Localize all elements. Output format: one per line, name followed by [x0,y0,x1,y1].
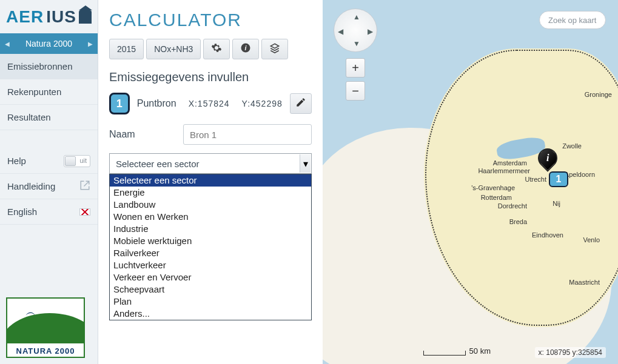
city-label: Nij [553,200,560,207]
pan-up-icon[interactable]: ▲ [353,13,360,21]
sector-option[interactable]: Mobiele werktuigen [110,235,311,247]
toggle-state: uit [79,157,87,164]
form-panel: CALCULATOR 2015 NOx+NH3 i Emissiegegeven… [98,0,323,364]
nav-label: Handleiding [7,181,55,191]
source-x: X:157824 [189,99,230,108]
sector-option[interactable]: Selecteer een sector [110,174,311,187]
nav-rekenpunten[interactable]: Rekenpunten [0,79,98,105]
gear-icon [211,42,222,56]
external-link-icon [79,180,90,193]
sidebar-footer: ︵ ︵ ★ ★ ★ ★ ★ NATURA 2000 [0,291,98,364]
substances-button[interactable]: NOx+NH3 [146,39,201,59]
nav-english[interactable]: English [0,199,98,225]
scenario-switcher[interactable]: ◀ Natura 2000 ▶ [0,33,98,54]
source-badge[interactable]: 1 [109,93,130,114]
sector-option[interactable]: Luchtverkeer [110,259,311,271]
nav-resultaten[interactable]: Resultaten [0,105,98,130]
plus-icon: + [352,61,359,75]
panel-title: CALCULATOR [109,10,312,30]
minus-icon: − [352,84,359,98]
city-label: Breda [509,218,527,225]
brand-icon [79,10,92,24]
brand-part2: IUS [46,7,76,27]
panel-toolbar: 2015 NOx+NH3 i [109,39,312,59]
pan-left-icon[interactable]: ◀ [338,27,343,36]
city-label: Maastricht [569,279,600,286]
source-type: Puntbron [137,98,176,109]
year-button[interactable]: 2015 [109,39,144,59]
sector-option[interactable]: Energie [110,187,311,199]
brand-part1: AER [6,7,44,27]
sector-option[interactable]: Railverkeer [110,247,311,259]
name-row: Naam [109,124,312,145]
hill-icon [6,313,85,343]
name-label: Naam [109,129,176,140]
section-title: Emissiegegevens invullen [109,70,312,84]
sector-option[interactable]: Anders... [110,308,311,320]
nav-label: Emissiebronnen [7,61,73,71]
pan-down-icon[interactable]: ▼ [353,39,360,48]
sector-option[interactable]: Plan [110,296,311,308]
map-search-placeholder: Zoek op kaart [548,16,597,25]
city-label: Rotterdam [481,194,512,201]
scenario-name: Natura 2000 [25,39,72,48]
sector-option[interactable]: Verkeer en Vervoer [110,271,311,283]
map-marker[interactable]: i 1 [538,148,557,168]
sector-option[interactable]: Wonen en Werken [110,211,311,223]
map-search-input[interactable]: Zoek op kaart [539,11,606,29]
edit-geometry-button[interactable] [290,93,312,114]
sector-option[interactable]: Landbouw [110,199,311,211]
map-zoom-control: + − [346,58,365,104]
help-toggle[interactable]: uit [64,155,90,167]
layers-button[interactable] [261,39,288,59]
info-icon: i [240,42,251,56]
help-row: Help uit [0,148,98,174]
sidebar: AERIUS ◀ Natura 2000 ▶ Emissiebronnen Re… [0,0,98,364]
natura2000-text: NATURA 2000 [7,346,84,356]
sector-select[interactable]: Selecteer een sector ▾ Selecteer een sec… [109,153,312,174]
marker-pin-icon: i [534,144,561,171]
scalebar-label: 50 km [469,346,491,356]
map-canvas[interactable]: Groninge Zwolle Amsterdam Haarlemmermeer… [323,0,618,364]
natura2000-logo: ︵ ︵ ★ ★ ★ ★ ★ NATURA 2000 [6,297,85,358]
settings-button[interactable] [203,39,230,59]
pan-right-icon[interactable]: ▶ [368,27,373,36]
city-label: Haarlemmermeer [478,167,530,174]
sector-option[interactable]: Scheepvaart [110,283,311,296]
scenario-prev-icon[interactable]: ◀ [5,41,10,47]
info-button[interactable]: i [232,39,259,59]
city-label: 's-Gravenhage [471,184,515,191]
chevron-down-icon: ▾ [300,154,311,173]
name-input[interactable] [183,124,312,145]
help-label: Help [7,156,26,166]
city-label: Amsterdam [493,159,527,167]
sector-option[interactable]: Industrie [110,223,311,235]
source-summary-row: 1 Puntbron X:157824 Y:452298 [109,93,312,114]
city-label: Venlo [583,236,600,243]
sector-dropdown: Selecteer een sector Energie Landbouw Wo… [109,174,312,320]
map-pan-control: ▲ ▼ ◀ ▶ [334,8,377,52]
scalebar-icon [423,351,466,356]
nav-label: Resultaten [7,112,51,122]
city-label: Zwolle [562,142,582,150]
map-scalebar: 50 km [423,346,491,356]
sector-display[interactable]: Selecteer een sector [109,153,312,174]
sector-display-text: Selecteer een sector [116,159,200,169]
scenario-next-icon[interactable]: ▶ [88,41,93,47]
layers-icon [269,42,280,56]
source-y: Y:452298 [242,99,283,108]
map-coord-readout: x: 108795 y:325854 [535,347,606,358]
city-label: Eindhoven [532,231,563,239]
pencil-icon [295,97,306,110]
city-label: Dordrecht [498,202,527,210]
city-label: Groninge [585,91,612,98]
nav-emissiebronnen[interactable]: Emissiebronnen [0,54,98,79]
zoom-in-button[interactable]: + [346,58,365,78]
nav-label: English [7,207,37,217]
zoom-out-button[interactable]: − [346,81,365,101]
marker-badge: 1 [549,171,568,187]
flag-uk-icon [79,208,90,216]
nav-label: Rekenpunten [7,87,61,97]
city-label: Utrecht [525,176,546,183]
nav-handleiding[interactable]: Handleiding [0,174,98,199]
